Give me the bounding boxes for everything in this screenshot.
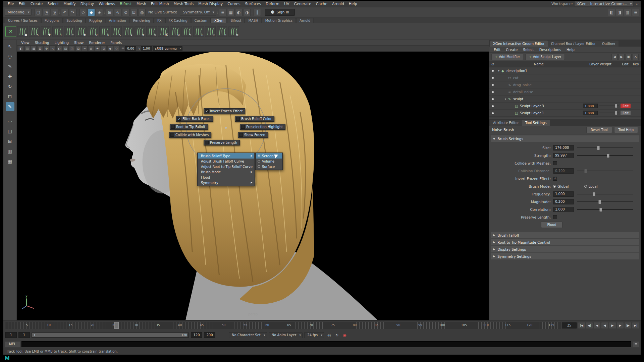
layer-weight-field[interactable]: 1.000 xyxy=(583,118,598,118)
marking-menu-toggle[interactable]: Filter Back Faces xyxy=(176,116,213,122)
layout-custom[interactable]: ▦ xyxy=(6,157,14,166)
visibility-toggle[interactable] xyxy=(489,77,496,79)
shelf-tab[interactable]: Animation xyxy=(106,18,129,23)
playback-start-field[interactable]: 1 xyxy=(18,332,30,338)
menu-item[interactable]: Display xyxy=(78,1,97,7)
shelf-tab[interactable]: MASH xyxy=(245,18,261,23)
lasso-tool[interactable]: ◌ xyxy=(6,52,14,61)
menu-item[interactable]: Bifrost xyxy=(117,1,134,7)
collapsed-section-header[interactable]: ▶ Symmetry Settings xyxy=(491,253,639,259)
menu-item[interactable]: Mesh Display xyxy=(196,1,225,7)
workspace-dropdown[interactable]: XGen - Interactive Groom... xyxy=(574,1,634,7)
step-forward-frame-button[interactable]: ▶ xyxy=(616,322,624,329)
context-menu-item[interactable]: Flood ▶ xyxy=(198,175,254,180)
apply-groom-icon[interactable]: ✓ xyxy=(217,26,227,37)
preserve-length-checkbox[interactable] xyxy=(553,215,557,219)
step-back-frame-button[interactable]: ◀ xyxy=(593,322,601,329)
command-language-toggle[interactable]: MEL xyxy=(5,341,20,347)
playback-end-field[interactable]: 120 xyxy=(191,332,202,338)
grab-brush-icon[interactable]: ↓ xyxy=(123,26,133,37)
command-line-input[interactable] xyxy=(21,341,631,347)
snap-to-plane-icon[interactable]: ⊡ xyxy=(130,9,138,16)
brush-settings-section-header[interactable]: ▼ Brush Settings xyxy=(491,135,639,142)
marking-menu-toggle[interactable]: Invert Frozen Effect xyxy=(204,108,245,114)
lock-camera-icon[interactable]: ◫ xyxy=(24,46,30,51)
create-interactive-groom-icon[interactable]: ↖ xyxy=(29,26,40,37)
shadows-icon[interactable]: ◇ xyxy=(114,46,119,51)
frequency-slider[interactable] xyxy=(577,194,633,194)
new-scene-icon[interactable]: ▢ xyxy=(35,9,42,16)
safe-action-icon[interactable]: ≈ xyxy=(82,46,88,51)
move-layer-down-icon[interactable]: ▶ xyxy=(619,54,625,60)
undo-icon[interactable]: ↶ xyxy=(61,9,68,16)
checkbox-icon[interactable] xyxy=(205,141,209,144)
menu-item[interactable]: Curves xyxy=(225,1,243,7)
menu-item[interactable]: Edit Mesh xyxy=(149,1,171,7)
layer-weight-slider[interactable] xyxy=(599,106,619,106)
move-layer-up-icon[interactable]: ◀ xyxy=(611,54,618,60)
layer-edit-button[interactable]: Edit xyxy=(621,118,631,118)
curl-brush-icon[interactable]: ☆ xyxy=(205,26,216,37)
size-field[interactable]: 176.000 xyxy=(553,145,574,150)
menu-item[interactable]: Mesh xyxy=(134,1,149,7)
symmetry-dropdown[interactable]: Symmetry: Off xyxy=(180,9,216,16)
shelf-tab[interactable]: Polygons xyxy=(41,18,63,23)
fps-dropdown[interactable]: 24 fps xyxy=(304,332,324,338)
menu-item[interactable]: Create xyxy=(28,1,45,7)
collide-with-meshes-checkbox[interactable] xyxy=(553,161,557,165)
expand-arrow-icon[interactable]: ▾ xyxy=(505,98,508,101)
groom-layer-row[interactable]: ▾ ✂ cut xyxy=(489,74,641,81)
marking-menu-toggle[interactable]: Brush Falloff Color xyxy=(235,116,274,122)
snap-to-grid-icon[interactable]: ⊞ xyxy=(106,9,113,16)
preview-refresh-icon[interactable]: ● xyxy=(17,26,28,37)
shelf-tab[interactable]: Bifrost xyxy=(227,18,245,23)
menu-item[interactable]: File xyxy=(5,1,16,7)
open-scene-icon[interactable]: ◳ xyxy=(43,9,50,16)
loop-icon[interactable]: ↻ xyxy=(333,332,340,339)
toggle-attribute-editor-icon[interactable]: ◧ xyxy=(608,9,615,16)
frequency-field[interactable]: 1.000 xyxy=(553,191,574,197)
select-component-icon[interactable]: ◈ xyxy=(96,9,103,16)
shelf-tab[interactable]: Custom xyxy=(191,18,211,23)
submenu-item[interactable]: Volume xyxy=(256,159,282,164)
menu-item[interactable]: Select xyxy=(45,1,61,7)
noise-brush-current-tool[interactable]: ✎ xyxy=(6,102,14,111)
add-sculpt-layer-button[interactable]: +Add Sculpt Layer xyxy=(525,54,565,60)
anim-layer-dropdown[interactable]: No Anim Layer xyxy=(269,332,303,338)
render-icon[interactable]: ▦ xyxy=(227,9,234,16)
duplicate-layer-icon[interactable]: ▣ xyxy=(626,54,632,60)
groom-layer-row[interactable]: ▾ ▤ Sculpt Layer 2 1.000 Edit xyxy=(489,117,641,118)
menu-item[interactable]: UV xyxy=(282,1,292,7)
magnitude-field[interactable]: 0.200 xyxy=(553,199,574,204)
marking-menu-toggle[interactable]: Root to Tip Falloff xyxy=(170,124,208,130)
layer-weight-slider[interactable] xyxy=(599,113,619,113)
groom-editor-menu-item[interactable]: Create xyxy=(503,48,520,52)
select-camera-icon[interactable]: ◧ xyxy=(18,46,24,51)
panel-menu-item[interactable]: Lighting xyxy=(52,41,71,45)
groom-layer-row[interactable]: ▾ ∿ drag_noise xyxy=(489,81,641,88)
density-brush-icon[interactable]: + xyxy=(52,26,63,37)
animation-end-field[interactable]: 200 xyxy=(204,332,215,338)
groom-editor-menu-item[interactable]: Descriptions xyxy=(537,48,564,52)
panel-tab[interactable]: Channel Box / Layer Editor xyxy=(548,41,599,47)
checkbox-icon[interactable] xyxy=(236,117,240,121)
script-editor-icon[interactable]: ≡ xyxy=(633,341,639,347)
layer-edit-button[interactable]: Edit xyxy=(621,111,631,115)
render-settings-icon[interactable]: ◑ xyxy=(243,9,251,16)
submenu-item[interactable]: Surface xyxy=(256,164,282,169)
collapsed-section-header[interactable]: ▶ Brush Falloff xyxy=(491,232,639,238)
menu-item[interactable]: Help xyxy=(346,1,360,7)
menu-item[interactable]: Deform xyxy=(263,1,282,7)
groom-layer-row[interactable]: ▾ ▤ Sculpt Layer 3 1.000 Edit xyxy=(489,103,641,110)
sculpt-layer-icon[interactable]: ✎ xyxy=(181,26,192,37)
shelf-tab[interactable]: Sculpting xyxy=(63,18,86,23)
visibility-toggle[interactable] xyxy=(489,91,496,93)
reset-tool-button[interactable]: Reset Tool xyxy=(586,127,612,133)
panel-menu-item[interactable]: Renderer xyxy=(87,41,107,45)
checkbox-icon[interactable] xyxy=(241,125,245,129)
panel-tab[interactable]: Tool Settings xyxy=(522,120,550,126)
magnitude-slider[interactable] xyxy=(577,201,633,202)
invert-frozen-effect-checkbox[interactable] xyxy=(553,177,557,181)
ipr-render-icon[interactable]: ◐ xyxy=(235,9,243,16)
smooth-brush-icon[interactable]: ≈ xyxy=(146,26,157,37)
